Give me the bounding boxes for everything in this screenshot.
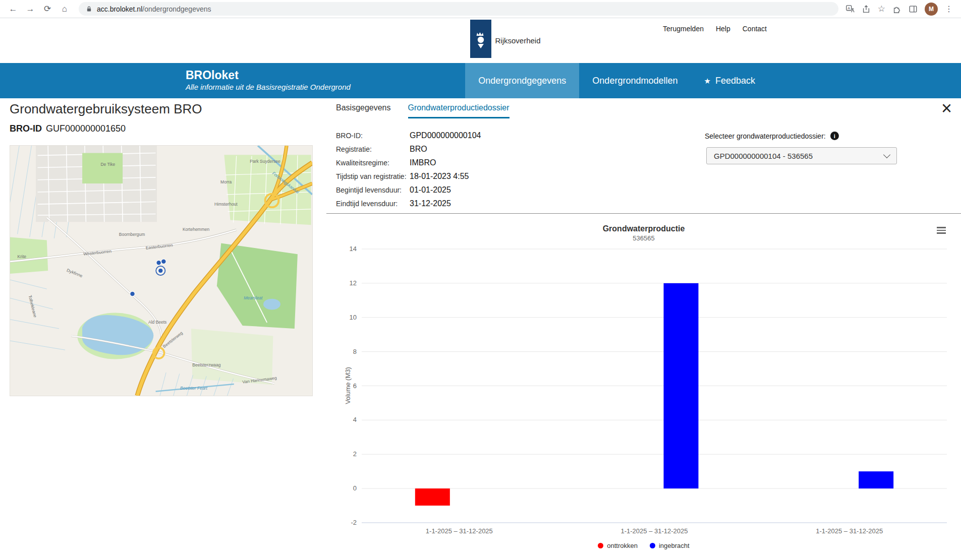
legend-item-ingebracht[interactable]: ingebracht <box>650 542 690 549</box>
content: Grondwatergebruiksysteem BRO BRO-IDGUF00… <box>0 98 961 560</box>
legend-label: onttrokken <box>607 542 638 549</box>
map-marker[interactable] <box>156 260 161 265</box>
bookmark-star-icon[interactable]: ☆ <box>878 4 885 14</box>
nav-item-feedback-label: Feedback <box>715 76 755 86</box>
x-tick-label: 1-1-2025 – 31-12-2025 <box>816 527 883 535</box>
star-icon: ★ <box>704 77 710 85</box>
translate-icon[interactable]: A <box>845 5 855 14</box>
side-panel-icon[interactable] <box>909 5 918 14</box>
lock-icon <box>86 6 92 12</box>
nav-item-feedback[interactable]: ★Feedback <box>691 63 768 98</box>
map-label: Mearsleat <box>244 295 263 300</box>
browser-toolbar-icons: A ☆ M ⋮ <box>845 3 955 16</box>
url-domain: acc.broloket.nl <box>97 5 142 13</box>
chart-subtitle: 536565 <box>326 234 961 242</box>
header-links: Terugmelden Help Contact <box>663 25 767 33</box>
legend-marker-icon <box>598 543 603 548</box>
link-terugmelden[interactable]: Terugmelden <box>663 25 704 33</box>
reload-icon[interactable]: ⟳ <box>40 2 54 16</box>
link-contact[interactable]: Contact <box>743 25 767 33</box>
url-text: acc.broloket.nl/ondergrondgegevens <box>97 5 211 13</box>
site-header: Rijksoverheid Terugmelden Help Contact <box>0 18 961 63</box>
map-label: Park Suydersee <box>250 159 280 164</box>
bar-onttrokken[interactable] <box>415 488 450 506</box>
dossier-select-value: GPD000000000104 - 536565 <box>714 152 813 160</box>
map-marker[interactable] <box>161 259 166 264</box>
detail-label: Tijdstip van registratie: <box>336 172 410 180</box>
map-label: Kortehemmen <box>183 227 210 232</box>
nav-items: Ondergrondgegevens Ondergrondmodellen ★F… <box>465 63 768 98</box>
extensions-icon[interactable] <box>892 5 901 14</box>
tab-basisgegevens[interactable]: Basisgegevens <box>336 103 391 118</box>
y-tick-label: 8 <box>353 348 357 355</box>
map-label: Himsterhout <box>214 202 238 207</box>
bar-ingebracht[interactable] <box>859 471 893 488</box>
y-tick-label: -2 <box>351 519 357 526</box>
panel-tabs: Basisgegevens Grondwaterproductiedossier <box>336 103 510 118</box>
browser-chrome: ← → ⟳ ⌂ acc.broloket.nl/ondergrondgegeve… <box>0 0 961 18</box>
chart-menu-icon[interactable] <box>935 224 948 236</box>
url-path: /ondergrondgegevens <box>142 5 211 13</box>
brand-tagline: Alle informatie uit de Basisregistratie … <box>186 82 351 93</box>
bro-id-line: BRO-IDGUF000000001650 <box>10 123 126 134</box>
panel-divider <box>326 213 961 214</box>
detail-row: Registratie: BRO <box>336 142 481 156</box>
nav-item-ondergrondgegevens[interactable]: Ondergrondgegevens <box>465 63 579 98</box>
address-bar[interactable]: acc.broloket.nl/ondergrondgegevens <box>79 2 838 16</box>
y-tick-label: 14 <box>350 245 357 253</box>
share-icon[interactable] <box>862 5 871 14</box>
brand-title: BROloket <box>186 69 351 82</box>
detail-label: Eindtijd levensduur: <box>336 200 410 208</box>
browser-menu-icon[interactable]: ⋮ <box>945 4 953 14</box>
rijksoverheid-logo-icon[interactable] <box>470 20 491 58</box>
brand[interactable]: BROloket Alle informatie uit de Basisreg… <box>186 69 351 93</box>
detail-value: 31-12-2025 <box>410 199 451 208</box>
detail-row: Kwaliteitsregime: IMBRO <box>336 156 481 169</box>
close-icon[interactable]: × <box>941 98 952 118</box>
bar-ingebracht[interactable] <box>664 283 699 488</box>
link-help[interactable]: Help <box>716 25 730 33</box>
page-title: Grondwatergebruiksysteem BRO <box>10 101 202 117</box>
y-tick-label: 2 <box>353 450 357 458</box>
forward-icon[interactable]: → <box>23 2 37 16</box>
detail-label: Kwaliteitsregime: <box>336 159 410 167</box>
chart: -2024681012141-1-2025 – 31-12-20251-1-20… <box>326 220 961 559</box>
x-tick-label: 1-1-2025 – 31-12-2025 <box>426 527 493 535</box>
map-label: Ald Beets <box>148 320 166 325</box>
detail-value: BRO <box>410 145 427 154</box>
detail-row: Eindtijd levensduur: 31-12-2025 <box>336 197 481 210</box>
detail-label: Begintijd levensduur: <box>336 186 410 194</box>
logo-text: Rijksoverheid <box>495 36 541 45</box>
legend-item-onttrokken[interactable]: onttrokken <box>598 542 638 549</box>
detail-label: Registratie: <box>336 145 410 153</box>
svg-text:A: A <box>847 6 850 10</box>
detail-label: BRO-ID: <box>336 132 410 140</box>
dossier-select[interactable]: GPD000000000104 - 536565 <box>706 147 897 164</box>
selector-label: Selecteer grondwaterproductiedossier: <box>705 132 826 140</box>
nav-item-ondergrondmodellen[interactable]: Ondergrondmodellen <box>579 63 691 98</box>
detail-row: Begintijd levensduur: 01-01-2025 <box>336 183 481 197</box>
chart-legend: onttrokkeningebracht <box>326 542 961 549</box>
home-icon[interactable]: ⌂ <box>58 2 72 16</box>
y-axis-title: Volume (M3) <box>344 367 352 404</box>
avatar[interactable]: M <box>925 3 938 16</box>
legend-marker-icon <box>650 543 655 548</box>
chart-title: Grondwaterproductie <box>326 224 961 233</box>
y-tick-label: 10 <box>350 314 357 321</box>
detail-value: 01-01-2025 <box>410 185 451 195</box>
y-tick-label: 0 <box>353 484 357 492</box>
map-label: Boornbergum <box>119 232 145 237</box>
map-marker[interactable] <box>158 268 163 273</box>
tab-grondwaterproductiedossier[interactable]: Grondwaterproductiedossier <box>408 103 510 118</box>
chevron-down-icon <box>883 151 890 158</box>
legend-label: ingebracht <box>659 542 690 549</box>
detail-value: IMBRO <box>410 158 436 167</box>
bro-id-label: BRO-ID <box>10 123 42 134</box>
map-marker[interactable] <box>130 291 135 296</box>
detail-row: BRO-ID: GPD000000000104 <box>336 129 481 142</box>
back-icon[interactable]: ← <box>6 2 20 16</box>
map[interactable]: De TikePark SuyderseeMorraHimsterhoutBoo… <box>10 145 313 396</box>
y-tick-label: 12 <box>350 279 357 287</box>
info-icon[interactable]: i <box>830 132 839 140</box>
detail-row: Tijdstip van registratie: 18-01-2023 4:5… <box>336 169 481 183</box>
